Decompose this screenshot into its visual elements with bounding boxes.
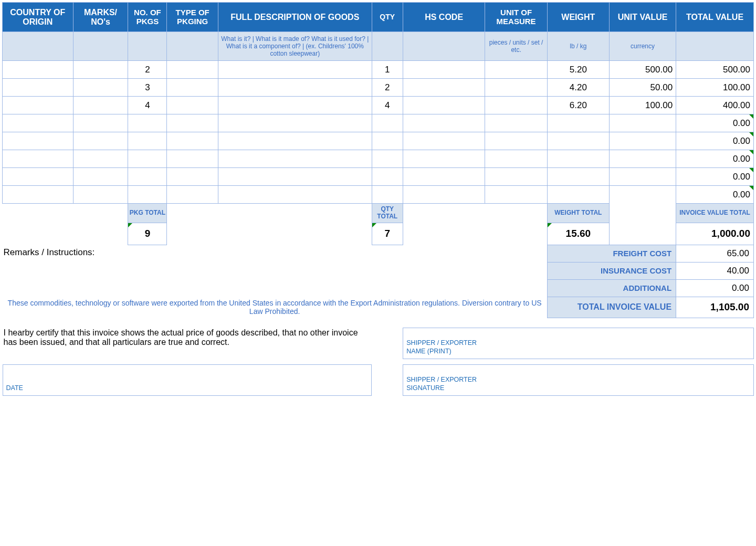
insurance-label: INSURANCE COST — [547, 262, 676, 279]
header-row: COUNTRY OF ORIGIN MARKS/ NO's NO. OF PKG… — [3, 3, 754, 32]
comment-indicator-icon — [749, 132, 753, 136]
export-footnote: These commodities, technology or softwar… — [3, 297, 548, 318]
hint-unitval: currency — [609, 32, 676, 61]
pkg-total-value: 9 — [128, 223, 167, 245]
invoice-table: COUNTRY OF ORIGIN MARKS/ NO's NO. OF PKG… — [2, 2, 754, 398]
hdr-pkging: TYPE OF PKGING — [167, 3, 218, 32]
table-row: 0.00 — [3, 132, 754, 150]
comment-indicator-icon — [749, 186, 753, 190]
hdr-desc: FULL DESCRIPTION OF GOODS — [218, 3, 372, 32]
total-invoice-label: TOTAL INVOICE VALUE — [547, 297, 676, 318]
cell-unitval[interactable]: 50.00 — [609, 79, 676, 97]
invoice-total-label: INVOICE VALUE TOTAL — [676, 204, 754, 223]
invoice-total-value: 1,000.00 — [676, 223, 754, 245]
comment-indicator-icon — [128, 223, 132, 227]
cell-unitval[interactable]: 500.00 — [609, 61, 676, 79]
qty-total-label: QTY TOTAL — [372, 204, 403, 223]
table-row: 0.00 — [3, 186, 754, 204]
cell-totval[interactable]: 0.00 — [676, 186, 754, 204]
weight-total-value: 15.60 — [547, 223, 609, 245]
cell-qty[interactable]: 4 — [372, 97, 403, 114]
cell-unitval[interactable]: 100.00 — [609, 97, 676, 114]
cell-totval[interactable]: 0.00 — [676, 168, 754, 186]
comment-indicator-icon — [749, 114, 753, 119]
hint-weight: lb / kg — [547, 32, 609, 61]
freight-label: FREIGHT COST — [547, 245, 676, 262]
comment-indicator-icon — [372, 223, 376, 227]
cell-totval[interactable]: 0.00 — [676, 114, 754, 132]
hdr-uom: UNIT OF MEASURE — [485, 3, 547, 32]
remarks-freight-row: Remarks / Instructions: FREIGHT COST 65.… — [3, 245, 754, 262]
comment-indicator-icon — [548, 223, 552, 227]
cell-pkgs[interactable]: 4 — [128, 97, 167, 114]
comment-indicator-icon — [749, 150, 753, 154]
date-sig-row: DATE SHIPPER / EXPORTERSIGNATURE — [3, 362, 754, 398]
hdr-marks: MARKS/ NO's — [73, 3, 128, 32]
hdr-country: COUNTRY OF ORIGIN — [3, 3, 74, 32]
insurance-value[interactable]: 40.00 — [676, 262, 754, 279]
table-row: 0.00 — [3, 114, 754, 132]
hdr-pkgs: NO. OF PKGS — [128, 3, 167, 32]
hdr-hs: HS CODE — [403, 3, 485, 32]
shipper-name-box[interactable]: SHIPPER / EXPORTERNAME (PRINT) — [403, 328, 753, 359]
shipper-name-label: SHIPPER / EXPORTERNAME (PRINT) — [406, 339, 477, 356]
table-row: 4 4 6.20 100.00 400.00 — [3, 97, 754, 114]
date-label: DATE — [6, 384, 23, 392]
cell-weight[interactable]: 5.20 — [547, 61, 609, 79]
remarks-label: Remarks / Instructions: — [3, 245, 548, 297]
pkg-total-label: PKG TOTAL — [128, 204, 167, 223]
cell-weight[interactable]: 4.20 — [547, 79, 609, 97]
hdr-qty: QTY — [372, 3, 403, 32]
cell-totval[interactable]: 0.00 — [676, 150, 754, 168]
table-row: 2 1 5.20 500.00 500.00 — [3, 61, 754, 79]
table-row: 0.00 — [3, 150, 754, 168]
hint-row: What is it? | What is it made of? What i… — [3, 32, 754, 61]
total-invoice-value: 1,105.00 — [676, 297, 754, 318]
cell-qty[interactable]: 1 — [372, 61, 403, 79]
cell-qty[interactable]: 2 — [372, 79, 403, 97]
cell-totval[interactable]: 500.00 — [676, 61, 754, 79]
freight-value[interactable]: 65.00 — [676, 245, 754, 262]
cell-totval[interactable]: 100.00 — [676, 79, 754, 97]
table-row: 3 2 4.20 50.00 100.00 — [3, 79, 754, 97]
qty-total-value: 7 — [372, 223, 403, 245]
hdr-totval: TOTAL VALUE — [676, 3, 754, 32]
cell-totval[interactable]: 0.00 — [676, 132, 754, 150]
signature-box[interactable]: SHIPPER / EXPORTERSIGNATURE — [403, 364, 753, 396]
date-box[interactable]: DATE — [3, 364, 372, 396]
comment-indicator-icon — [749, 168, 753, 172]
total-invoice-row: These commodities, technology or softwar… — [3, 297, 754, 318]
certification-text: I hearby certify that this invoice shows… — [3, 325, 372, 350]
cell-totval[interactable]: 400.00 — [676, 97, 754, 114]
cell-pkgs[interactable]: 2 — [128, 61, 167, 79]
additional-label: ADDITIONAL — [547, 279, 676, 297]
cell-weight[interactable]: 6.20 — [547, 97, 609, 114]
hdr-weight: WEIGHT — [547, 3, 609, 32]
signature-label: SHIPPER / EXPORTERSIGNATURE — [406, 375, 477, 393]
additional-value[interactable]: 0.00 — [676, 279, 754, 297]
table-row: 0.00 — [3, 168, 754, 186]
weight-total-label: WEIGHT TOTAL — [547, 204, 609, 223]
hdr-unitval: UNIT VALUE — [609, 3, 676, 32]
hint-desc: What is it? | What is it made of? What i… — [218, 32, 372, 61]
hint-uom: pieces / units / set / etc. — [485, 32, 547, 61]
cell-pkgs[interactable]: 3 — [128, 79, 167, 97]
cert-name-row: I hearby certify that this invoice shows… — [3, 325, 754, 362]
